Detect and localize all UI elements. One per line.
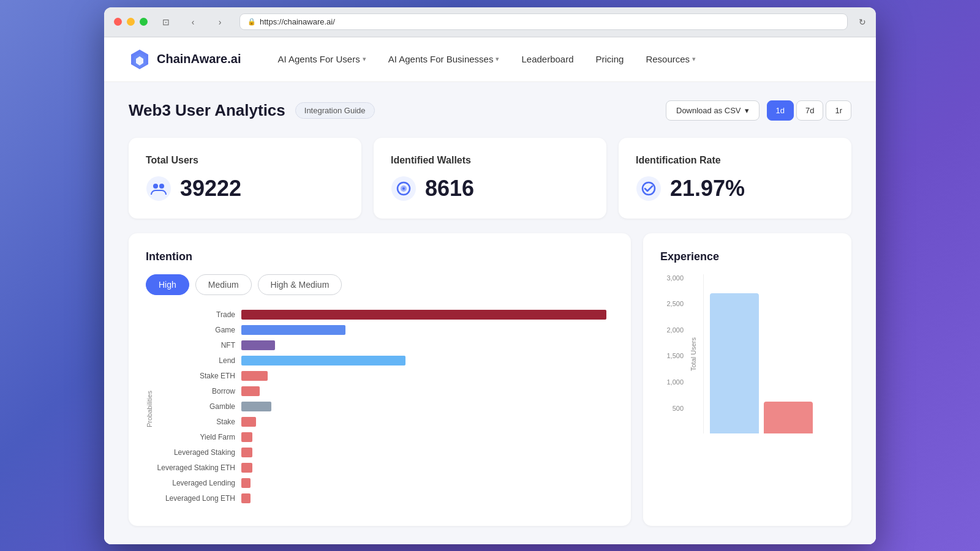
svg-point-5 [159, 184, 164, 189]
chart-bar-container-stake [241, 417, 614, 427]
stat-value-total-users: 39222 [180, 176, 241, 201]
intention-filter-tabs: High Medium High & Medium [146, 274, 614, 295]
chart-bar-container-yield-farm [241, 432, 614, 442]
traffic-light-green[interactable] [140, 18, 148, 26]
probabilities-label: Probabilities [146, 310, 153, 509]
chart-bar-container-borrow [241, 386, 614, 396]
intention-card: Intention High Medium High & Medium Prob… [129, 233, 631, 526]
logo[interactable]: ChainAware.ai [129, 48, 241, 70]
stat-label-total-users: Total Users [146, 155, 344, 166]
chart-bar-yield-farm [241, 432, 252, 442]
back-button[interactable]: ‹ [184, 13, 202, 31]
chart-label-yield-farm: Yield Farm [156, 433, 235, 441]
chart-label-leveraged-staking-eth: Leveraged Staking ETH [156, 463, 235, 472]
nav-item-ai-businesses[interactable]: AI Agents For Businesses ▾ [388, 54, 500, 64]
time-filter-1d[interactable]: 1d [767, 100, 794, 121]
chart-bar-container-leveraged-lending [241, 478, 614, 488]
url-bar[interactable]: 🔒 https://chainaware.ai/ [239, 13, 848, 30]
chevron-down-icon: ▾ [745, 106, 749, 115]
stat-value-identification-rate: 21.97% [670, 176, 745, 201]
time-filter-7d[interactable]: 7d [796, 100, 823, 121]
chart-bar-leveraged-staking [241, 448, 252, 457]
chart-bar-borrow [241, 386, 260, 396]
stat-value-row-identified-wallets: 8616 [391, 176, 589, 201]
chart-label-stake: Stake [156, 418, 235, 426]
chart-bar-leveraged-staking-eth [241, 463, 252, 473]
navbar: ChainAware.ai AI Agents For Users ▾ AI A… [104, 37, 876, 82]
chart-bar-stake [241, 417, 256, 427]
exp-y-label-3000: 3,000 [666, 274, 684, 282]
chart-row-nft: NFT [156, 340, 614, 350]
chart-label-stake-eth: Stake ETH [156, 372, 235, 380]
stats-row: Total Users 3 [129, 138, 851, 219]
chart-row-trade: Trade [156, 310, 614, 320]
stat-label-identification-rate: Identification Rate [636, 155, 834, 166]
chart-row-game: Game [156, 325, 614, 335]
traffic-light-red[interactable] [114, 18, 122, 26]
users-icon [146, 176, 172, 201]
chevron-down-icon: ▾ [496, 55, 499, 63]
exp-y-label-2000: 2,000 [666, 326, 684, 334]
rate-icon [636, 176, 662, 201]
chevron-down-icon: ▾ [692, 55, 696, 63]
sidebar-toggle[interactable]: ⊡ [157, 13, 175, 31]
intention-title: Intention [146, 250, 614, 263]
chart-bar-leveraged-lending [241, 478, 251, 488]
exp-y-label-2500: 2,500 [666, 300, 684, 307]
filter-tab-high-medium[interactable]: High & Medium [258, 274, 342, 295]
time-filter-group: 1d 7d 1r [767, 100, 852, 121]
chart-bar-nft [241, 340, 275, 350]
chart-row-leveraged-staking: Leveraged Staking [156, 448, 614, 457]
experience-title: Experience [660, 250, 834, 263]
integration-guide-button[interactable]: Integration Guide [295, 102, 375, 119]
stat-label-identified-wallets: Identified Wallets [391, 155, 589, 166]
exp-y-label-1500: 1,500 [666, 352, 684, 359]
stat-value-row-identification-rate: 21.97% [636, 176, 834, 201]
exp-bar-red [764, 402, 813, 433]
nav-item-leaderboard[interactable]: Leaderboard [521, 54, 573, 64]
logo-text: ChainAware.ai [157, 52, 241, 66]
chart-row-borrow: Borrow [156, 386, 614, 396]
chevron-down-icon: ▾ [363, 55, 366, 63]
page-title: Web3 User Analytics [129, 101, 285, 120]
chart-row-leveraged-long-eth: Leveraged Long ETH [156, 493, 614, 503]
stat-card-identified-wallets: Identified Wallets 8616 [374, 138, 606, 219]
chart-bar-container-game [241, 325, 614, 335]
chart-bar-container-lend [241, 356, 614, 365]
stat-value-row-total-users: 39222 [146, 176, 344, 201]
chart-bar-container-leveraged-long-eth [241, 493, 614, 503]
svg-point-4 [153, 184, 158, 189]
chart-bar-lend [241, 356, 405, 365]
chart-label-lend: Lend [156, 356, 235, 365]
traffic-light-yellow[interactable] [127, 18, 135, 26]
chart-row-lend: Lend [156, 356, 614, 365]
exp-bar-blue [710, 293, 759, 433]
chart-row-stake: Stake [156, 417, 614, 427]
forward-button[interactable]: › [211, 13, 228, 31]
nav-links: AI Agents For Users ▾ AI Agents For Busi… [277, 54, 851, 64]
filter-tab-high[interactable]: High [146, 274, 189, 295]
page-title-row: Web3 User Analytics Integration Guide [129, 101, 375, 120]
bar-chart: Trade Game [156, 310, 614, 509]
time-filter-1r[interactable]: 1r [826, 100, 851, 121]
nav-item-resources[interactable]: Resources ▾ [646, 54, 696, 64]
reload-button[interactable]: ↻ [859, 17, 866, 27]
chart-label-leveraged-lending: Leveraged Lending [156, 479, 235, 487]
chart-bar-container-nft [241, 340, 614, 350]
stat-card-total-users: Total Users 3 [129, 138, 361, 219]
exp-y-label-1000: 1,000 [666, 378, 684, 386]
filter-tab-medium[interactable]: Medium [195, 274, 252, 295]
chart-bar-container-trade [241, 310, 614, 320]
download-csv-button[interactable]: Download as CSV ▾ [666, 100, 760, 121]
exp-total-users-label: Total Users [690, 274, 697, 433]
chart-bar-stake-eth [241, 371, 268, 381]
chart-row-leveraged-lending: Leveraged Lending [156, 478, 614, 488]
chart-row-yield-farm: Yield Farm [156, 432, 614, 442]
chart-bar-container-leveraged-staking [241, 448, 614, 457]
logo-icon [129, 48, 151, 70]
bottom-row: Intention High Medium High & Medium Prob… [129, 233, 851, 526]
lock-icon: 🔒 [247, 18, 256, 26]
nav-item-pricing[interactable]: Pricing [596, 54, 624, 64]
nav-item-ai-users[interactable]: AI Agents For Users ▾ [277, 54, 366, 64]
header-controls: Download as CSV ▾ 1d 7d 1r [666, 100, 851, 121]
